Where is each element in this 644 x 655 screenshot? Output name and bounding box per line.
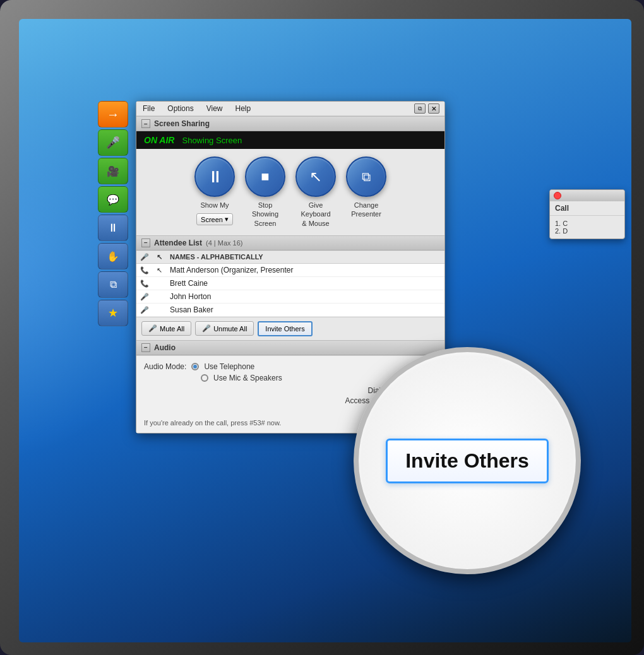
stop-showing-control: ■ StopShowingScreen [245, 156, 285, 228]
attendee-name-3: John Horton [166, 290, 444, 303]
left-sidebar: → 🎤 🎥 💬 ⏸ ✋ ⧉ ★ [98, 101, 132, 326]
audio-section-title: Audio [154, 343, 176, 352]
give-keyboard-control: ↖ GiveKeyboard& Mouse [295, 156, 336, 228]
sidebar-btn-presenter[interactable]: ⧉ [98, 271, 128, 298]
on-air-badge: ON AIR [144, 135, 174, 145]
call-header: Call [550, 201, 624, 216]
use-telephone-radio[interactable] [191, 363, 199, 370]
change-presenter-icon: ⧉ [362, 170, 371, 184]
pause-icon: ⏸ [207, 167, 222, 187]
attendee-table-header: 🎤 ↖ NAMES - ALPHABETICALLY [136, 251, 444, 264]
sidebar-btn-hand[interactable]: ✋ [98, 243, 128, 269]
sidebar-btn-star[interactable]: ★ [98, 300, 128, 326]
presenter-icon: ⧉ [110, 279, 117, 290]
magnifier: Invite Others ▲ [354, 347, 581, 574]
attendee-row-1: 📞 ↖ Matt Anderson (Organizer, Presenter [136, 263, 444, 276]
invite-others-magnified-button[interactable]: Invite Others [386, 439, 549, 483]
cursor-col-4 [153, 303, 166, 316]
attendee-list: 🎤 ↖ NAMES - ALPHABETICALLY 📞 ↖ Matt An [136, 251, 444, 317]
call-window: Call 1. C 2. D [549, 189, 625, 239]
call-item-1: 1. C [555, 220, 619, 227]
stop-label: StopShowingScreen [252, 201, 278, 228]
sidebar-btn-camera[interactable]: 🎥 [98, 158, 128, 184]
use-mic-speakers-label: Use Mic & Speakers [213, 374, 282, 382]
cursor-col-1: ↖ [153, 263, 166, 276]
mic-icon: 🎤 [106, 136, 120, 150]
cursor-col-2 [153, 276, 166, 290]
attendee-buttons: 🎤 Mute All 🎤 Unmute All Invite Others [136, 317, 444, 340]
stop-button[interactable]: ■ [245, 156, 285, 197]
cursor-icon: ↖ [309, 168, 322, 186]
chat-icon: 💬 [107, 194, 119, 206]
change-presenter-button[interactable]: ⧉ [346, 156, 386, 197]
show-my-label: Show My [200, 201, 229, 209]
screen-sharing-title: Screen Sharing [154, 119, 210, 128]
restore-button[interactable]: ⧉ [414, 103, 426, 114]
names-header: NAMES - ALPHABETICALLY [166, 251, 444, 264]
hand-icon: ✋ [107, 251, 119, 263]
mute-all-button[interactable]: 🎤 Mute All [141, 321, 191, 336]
menu-help[interactable]: Help [234, 103, 253, 114]
unmute-icon: 🎤 [202, 324, 211, 333]
attendee-name-2: Brett Caine [166, 276, 444, 290]
call-close-button[interactable] [554, 192, 561, 199]
change-presenter-label: ChangePresenter [351, 201, 381, 219]
attendee-row-2: 📞 Brett Caine [136, 276, 444, 290]
invite-others-button[interactable]: Invite Others [258, 321, 312, 336]
cursor-col-3 [153, 290, 166, 303]
cursor-header-icon: ↖ [157, 253, 162, 261]
attendee-count: (4 | Max 16) [206, 239, 243, 247]
mic-col-2: 📞 [136, 276, 153, 290]
window-controls: ⧉ ✕ [414, 103, 439, 114]
call-content: 1. C 2. D [550, 216, 624, 239]
collapse-screen-sharing[interactable]: − [141, 119, 150, 128]
cursor-col-icon-1: ↖ [157, 266, 162, 274]
sidebar-btn-arrow[interactable]: → [98, 101, 128, 127]
menu-options[interactable]: Options [166, 103, 194, 114]
call-item-2: 2. D [555, 227, 619, 235]
menu-view[interactable]: View [205, 103, 224, 114]
arrow-icon: → [107, 107, 119, 122]
invite-others-magnified-label: Invite Others [405, 449, 529, 472]
collapse-attendee[interactable]: − [141, 239, 150, 247]
audio-mode-label: Audio Mode: [144, 362, 186, 371]
use-telephone-label: Use Telephone [204, 362, 254, 371]
stop-icon: ■ [261, 168, 269, 185]
attendee-name-4: Susan Baker [166, 303, 444, 316]
controls-area: ⏸ Show My Screen ▾ ■ StopShowingScreen [136, 149, 444, 235]
collapse-audio[interactable]: − [141, 343, 150, 352]
phone-off-icon: 📞 [140, 280, 149, 287]
screen-sharing-header: − Screen Sharing [136, 116, 444, 131]
sidebar-btn-mic[interactable]: 🎤 [98, 129, 128, 156]
mic-col-3: 🎤 [136, 290, 153, 303]
screen-dropdown[interactable]: Screen ▾ [196, 213, 233, 225]
change-presenter-control: ⧉ ChangePresenter [346, 156, 386, 219]
pause-button[interactable]: ⏸ [194, 156, 235, 197]
mic-muted-icon: 🎤 [140, 306, 149, 314]
mic-active-icon: 🎤 [140, 293, 149, 300]
pause-sm-icon: ⏸ [107, 221, 119, 235]
sidebar-btn-chat[interactable]: 💬 [98, 186, 128, 213]
star-icon: ★ [108, 306, 118, 320]
sidebar-btn-pause[interactable]: ⏸ [98, 215, 128, 241]
use-mic-speakers-radio[interactable] [201, 374, 208, 382]
give-keyboard-button[interactable]: ↖ [295, 156, 336, 197]
mic-header-icon: 🎤 [140, 253, 149, 261]
close-button[interactable]: ✕ [428, 103, 439, 114]
call-titlebar [550, 190, 624, 201]
mic-col-4: 🎤 [136, 303, 153, 316]
give-keyboard-label: GiveKeyboard& Mouse [301, 201, 330, 228]
cursor-col-header: ↖ [153, 251, 166, 264]
screen-area: → 🎤 🎥 💬 ⏸ ✋ ⧉ ★ File Options View He [19, 19, 631, 642]
unmute-all-button[interactable]: 🎤 Unmute All [195, 321, 254, 336]
phone-icon: 📞 [140, 266, 149, 274]
attendee-section-header: − Attendee List (4 | Max 16) [136, 235, 444, 251]
on-air-bar: ON AIR Showing Screen [136, 131, 444, 149]
attendee-section-title: Attendee List [154, 239, 202, 247]
magnifier-content: Invite Others ▲ [359, 352, 576, 569]
chevron-down-icon: ▾ [225, 215, 229, 223]
showing-screen-text: Showing Screen [182, 136, 242, 145]
attendee-row-4: 🎤 Susan Baker [136, 303, 444, 316]
menu-file[interactable]: File [141, 103, 156, 114]
camera-icon: 🎥 [107, 165, 119, 177]
